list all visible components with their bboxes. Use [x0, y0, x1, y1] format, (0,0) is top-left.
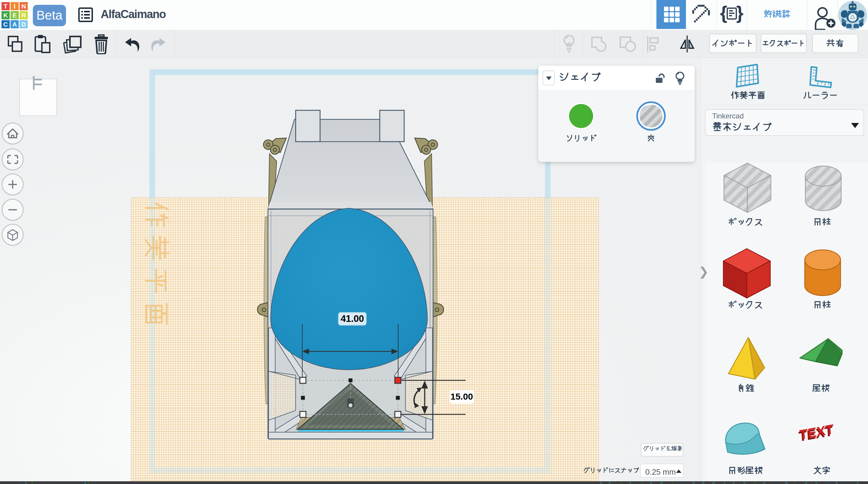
svg-text:41.00: 41.00 [341, 313, 364, 324]
svg-text:15.00: 15.00 [450, 391, 473, 401]
